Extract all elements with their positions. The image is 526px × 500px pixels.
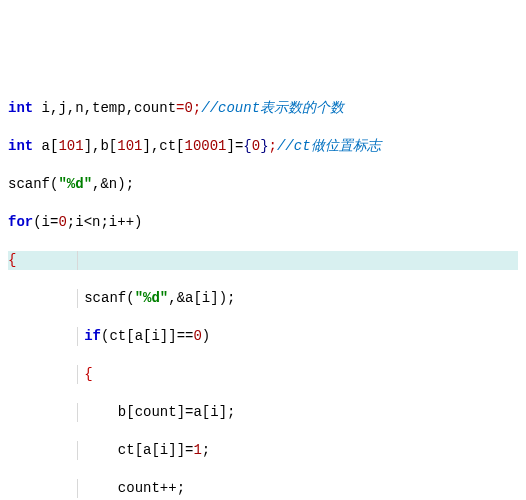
- code-line: scanf("%d",&n);: [8, 175, 518, 194]
- code-line: ct[a[i]]=1;: [8, 441, 518, 460]
- code-line: for(i=0;i<n;i++): [8, 213, 518, 232]
- code-line: {: [8, 365, 518, 384]
- code-line: b[count]=a[i];: [8, 403, 518, 422]
- code-line-highlighted: {: [8, 251, 518, 270]
- code-line: int a[101],b[101],ct[10001]={0};//ct做位置标…: [8, 137, 518, 156]
- code-line: if(ct[a[i]]==0): [8, 327, 518, 346]
- code-editor[interactable]: int i,j,n,temp,count=0;//count表示数的个数 int…: [8, 80, 518, 500]
- code-line: count++;: [8, 479, 518, 498]
- code-line: int i,j,n,temp,count=0;//count表示数的个数: [8, 99, 518, 118]
- code-line: scanf("%d",&a[i]);: [8, 289, 518, 308]
